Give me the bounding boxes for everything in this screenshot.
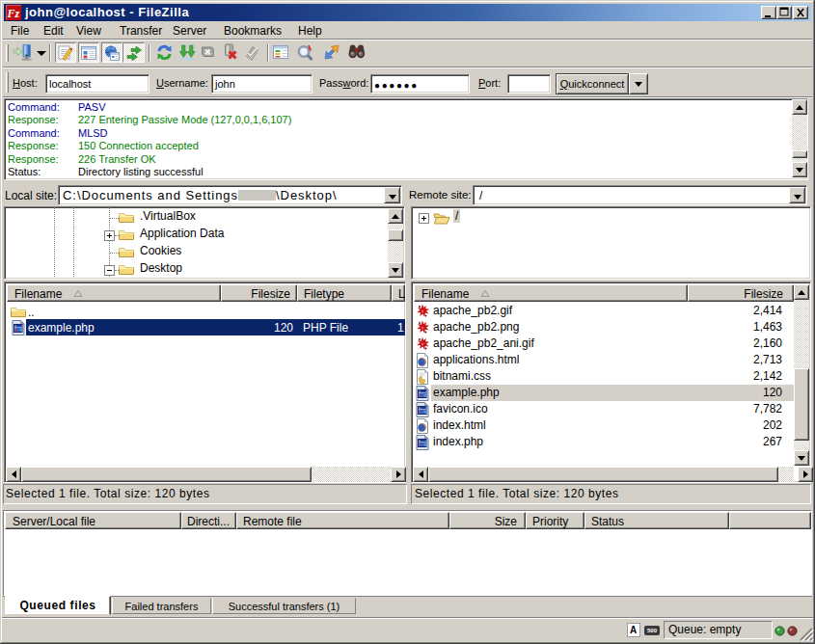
svg-text:Fz: Fz	[7, 7, 20, 20]
